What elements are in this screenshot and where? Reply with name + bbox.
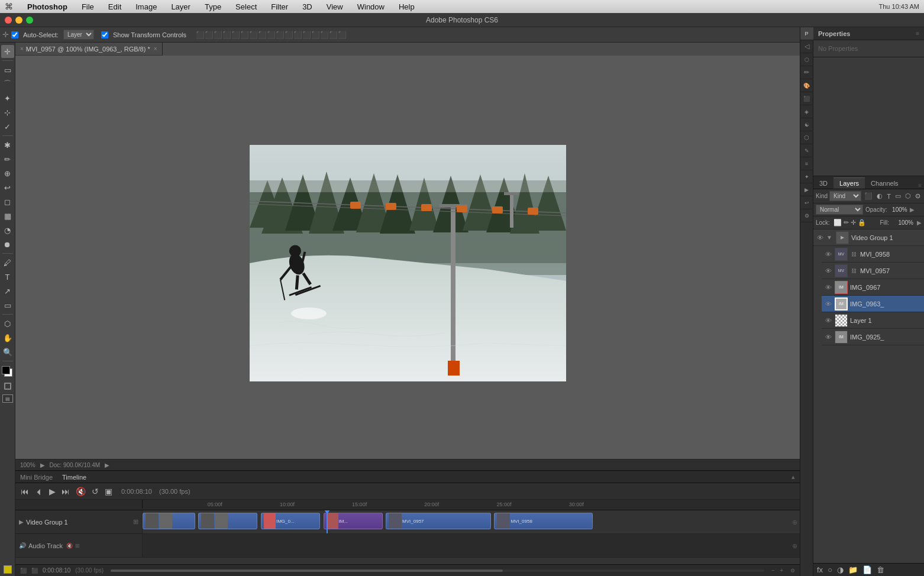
clip-1[interactable] — [143, 513, 195, 529]
yellow-swatch[interactable] — [4, 565, 12, 574]
layer-delete-button[interactable]: 🗑 — [875, 565, 886, 574]
menu-layer[interactable]: Layer — [169, 1, 193, 12]
channels-icon[interactable]: ≡ — [800, 157, 813, 170]
tab-3d[interactable]: 3D — [813, 178, 833, 189]
quick-mask-tool[interactable] — [2, 380, 14, 392]
screen-mode-btn[interactable]: ▤ — [2, 394, 13, 403]
menu-select[interactable]: Select — [233, 1, 259, 12]
opacity-arrow[interactable]: ▶ — [910, 206, 915, 213]
marquee-tool[interactable]: ▭ — [1, 63, 14, 76]
foreground-color[interactable] — [2, 366, 10, 374]
actions-icon[interactable]: ▶ — [800, 183, 813, 196]
render-btn[interactable]: ▣ — [103, 487, 114, 496]
menu-filter[interactable]: Filter — [269, 1, 290, 12]
play-btn[interactable]: ▶ — [47, 487, 57, 496]
blend-mode-select[interactable]: Normal — [816, 205, 863, 215]
menu-edit[interactable]: Edit — [106, 1, 124, 12]
menu-view[interactable]: View — [324, 1, 345, 12]
lock-transparent-icon[interactable]: ⬜ — [833, 219, 842, 226]
crop-tool[interactable]: ⊹ — [1, 106, 14, 119]
history-brush[interactable]: ↩ — [1, 181, 14, 194]
swatches-icon[interactable]: ⬛ — [800, 92, 813, 105]
filter-adjust-icon[interactable]: ◐ — [875, 192, 884, 200]
layer-fx-button[interactable]: fx — [816, 565, 824, 574]
properties-menu-icon[interactable]: ≡ — [916, 30, 919, 37]
layer-eye-img0967[interactable]: 👁 — [824, 283, 832, 292]
layers-panel-close[interactable]: ≡ — [916, 182, 924, 189]
close-button[interactable] — [5, 17, 12, 24]
move-tool[interactable]: ✛ — [1, 45, 14, 58]
paths-icon[interactable]: ✦ — [800, 170, 813, 183]
menu-help[interactable]: Help — [396, 1, 417, 12]
layer-eye-layer1[interactable]: 👁 — [824, 316, 832, 325]
dodge-tool[interactable]: ⏺ — [1, 238, 14, 251]
pen-tool[interactable]: 🖊 — [1, 256, 14, 269]
lock-position-icon[interactable]: ✛ — [851, 219, 856, 226]
timeline-scrollbar[interactable] — [111, 569, 764, 572]
clip-2[interactable] — [198, 513, 257, 529]
tool-preset-icon[interactable]: ⬡ — [800, 53, 813, 66]
layer-eye-mvi0957[interactable]: 👁 — [824, 267, 832, 275]
clip-im[interactable]: IM... — [324, 513, 383, 529]
step-back-btn[interactable]: ⏴ — [33, 487, 45, 496]
gradient-tool[interactable]: ▦ — [1, 209, 14, 222]
menu-3d[interactable]: 3D — [300, 1, 315, 12]
add-clip-btn[interactable]: ⊕ — [792, 518, 797, 526]
layer-expand-icon[interactable]: ▼ — [826, 234, 832, 241]
apple-menu[interactable]: ⌘ — [5, 2, 13, 11]
layer-item-video-group-1[interactable]: 👁 ▼ ▶ Video Group 1 — [813, 229, 924, 246]
audio-track-content[interactable]: ⊕ — [143, 534, 800, 557]
quick-select-tool[interactable]: ✦ — [1, 92, 14, 105]
add-audio-btn[interactable]: ⊕ — [792, 542, 797, 549]
menu-type[interactable]: Type — [202, 1, 224, 12]
minimize-button[interactable] — [15, 17, 22, 24]
filter-type-icon[interactable]: T — [886, 192, 892, 200]
tab-channels[interactable]: Channels — [865, 178, 904, 189]
menu-file[interactable]: File — [79, 1, 96, 12]
shape-tool[interactable]: ▭ — [1, 299, 14, 312]
layer-adjustment-button[interactable]: ◑ — [836, 565, 845, 574]
layer-item-img0925[interactable]: 👁 IM IMG_0925_ — [822, 329, 924, 345]
mini-bridge-tab[interactable]: Mini Bridge — [20, 474, 53, 481]
layer-eye-img0963[interactable]: 👁 — [824, 300, 832, 308]
timeline-panel-close[interactable]: ▴ — [791, 473, 795, 481]
layer-item-img0963[interactable]: 👁 IM IMG_0963_ — [822, 296, 924, 312]
layer-mask-button[interactable]: ○ — [826, 565, 833, 574]
auto-select-dropdown[interactable]: Layer — [63, 30, 94, 40]
video-group-track-content[interactable]: IMG_0... IM... MVI_0957 — [143, 510, 800, 533]
eyedropper-tool[interactable]: ✓ — [1, 120, 14, 133]
filter-smart-icon[interactable]: ⬡ — [904, 192, 912, 200]
adjustments-icon[interactable]: ☯ — [800, 118, 813, 131]
properties-panel-icon[interactable]: P — [800, 27, 813, 40]
styles-icon[interactable]: ◈ — [800, 105, 813, 118]
color-swatches[interactable] — [2, 366, 14, 378]
audio-mute-icon[interactable]: 🔇 — [66, 543, 73, 549]
menu-photoshop[interactable]: Photoshop — [25, 1, 70, 12]
clip-img0[interactable]: IMG_0... — [261, 513, 320, 529]
lock-all-icon[interactable]: 🔒 — [858, 219, 866, 226]
masks-icon[interactable]: ⬡ — [800, 131, 813, 144]
doc-tab-label[interactable]: MVI_0957 @ 100% (IMG_0963_, RGB/8) * — [26, 46, 150, 53]
fill-arrow[interactable]: ▶ — [917, 219, 922, 226]
healing-brush[interactable]: ✱ — [1, 138, 14, 151]
tool-icon-bottom[interactable]: ⚙ — [800, 209, 813, 222]
brush-tool[interactable]: ✏ — [1, 153, 14, 166]
filter-pixel-icon[interactable]: ⬛ — [863, 192, 874, 200]
lasso-tool[interactable]: ⌒ — [1, 77, 14, 90]
show-transform-checkbox[interactable] — [101, 31, 108, 38]
brush-preset-icon[interactable]: ✏ — [800, 66, 813, 79]
track-options-icon[interactable]: ⊞ — [133, 518, 138, 526]
layer-eye-video-group-1[interactable]: 👁 — [816, 234, 824, 242]
filter-shape-icon[interactable]: ▭ — [894, 192, 902, 200]
layer-eye-img0925[interactable]: 👁 — [824, 333, 832, 341]
go-to-start-btn[interactable]: ⏮ — [19, 487, 31, 496]
timeline-scrollbar-thumb[interactable] — [111, 569, 503, 572]
timeline-tab[interactable]: Timeline — [62, 474, 86, 481]
notes-icon[interactable]: ✎ — [800, 144, 813, 157]
color-icon[interactable]: 🎨 — [800, 79, 813, 92]
eraser-tool[interactable]: ◻ — [1, 195, 14, 208]
zoom-tool[interactable]: 🔍 — [1, 345, 14, 358]
loop-btn[interactable]: ↺ — [90, 487, 101, 496]
expand-icon[interactable]: ◁ — [800, 40, 813, 53]
doc-tab-close[interactable]: × — [154, 46, 157, 52]
